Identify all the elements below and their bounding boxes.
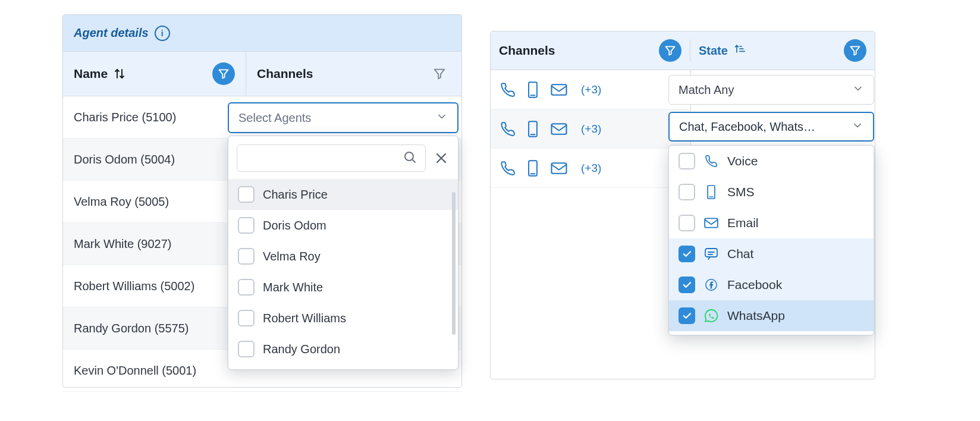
email-icon — [703, 217, 719, 229]
agent-option-label: Charis Price — [263, 188, 328, 202]
agent-option[interactable]: Robert Williams — [228, 303, 458, 334]
checkbox-unchecked[interactable] — [679, 184, 695, 200]
checkbox-checked[interactable] — [679, 246, 695, 262]
state-select-popover: Voice SMS Email Chat — [668, 145, 874, 335]
sms-icon — [526, 81, 539, 99]
more-count[interactable]: (+3) — [581, 83, 601, 96]
filter-button-state[interactable] — [844, 39, 866, 62]
state-option-email[interactable]: Email — [669, 208, 874, 238]
whatsapp-icon — [703, 309, 719, 323]
checkbox-unchecked[interactable] — [238, 186, 255, 203]
email-icon — [550, 161, 568, 175]
sort-asc-icon[interactable] — [734, 43, 746, 58]
facebook-icon — [703, 278, 719, 291]
agent-filter-dropdown: Select Agents Charis Price — [228, 102, 458, 370]
sort-icon[interactable] — [114, 67, 125, 80]
checkbox-unchecked[interactable] — [238, 279, 255, 296]
phone-icon — [500, 82, 516, 98]
agent-select-popover: Charis Price Doris Odom Velma Roy Mark W… — [228, 136, 458, 370]
email-icon — [550, 122, 568, 136]
agent-option[interactable]: Charis Price — [228, 179, 458, 210]
state-option-facebook[interactable]: Facebook — [669, 269, 874, 300]
checkbox-checked[interactable] — [679, 307, 695, 324]
agent-option-label: Randy Gordon — [263, 343, 340, 356]
state-option-chat[interactable]: Chat — [669, 238, 874, 269]
chevron-down-icon — [852, 83, 864, 98]
checkbox-unchecked[interactable] — [238, 248, 255, 265]
state-option-sms[interactable]: SMS — [669, 177, 874, 208]
agent-select-placeholder: Select Agents — [238, 111, 311, 125]
agent-option[interactable]: Velma Roy — [228, 241, 458, 272]
state-option-label: WhatsApp — [727, 309, 785, 323]
state-filter-dropdown: Match Any Chat, Facebook, Whats… Voice S… — [668, 75, 874, 335]
agent-option[interactable]: Doris Odom — [228, 210, 458, 241]
checkbox-unchecked[interactable] — [238, 310, 255, 326]
phone-icon — [500, 121, 516, 137]
search-icon — [403, 150, 417, 167]
chevron-down-icon — [436, 111, 448, 125]
state-option-label: Facebook — [727, 278, 782, 292]
filter-button-channels[interactable] — [428, 62, 451, 85]
agent-option-label: Robert Williams — [263, 312, 346, 325]
sms-icon — [526, 120, 539, 138]
state-option-label: Chat — [727, 247, 753, 261]
match-mode-select[interactable]: Match Any — [668, 75, 874, 105]
agent-option-list: Charis Price Doris Odom Velma Roy Mark W… — [228, 179, 458, 365]
phone-icon — [500, 161, 516, 176]
match-mode-label: Match Any — [679, 83, 734, 97]
state-selected-summary: Chat, Facebook, Whats… — [679, 120, 815, 134]
svg-rect-6 — [552, 124, 567, 134]
panel-title-bar: Agent details i — [63, 15, 461, 52]
filter-button-name[interactable] — [212, 62, 235, 85]
column-header-channels[interactable]: Channels — [246, 52, 461, 96]
state-selected-select[interactable]: Chat, Facebook, Whats… — [668, 112, 874, 142]
state-option-voice[interactable]: Voice — [669, 146, 874, 177]
channel-rows: (+3) (+3) — [491, 70, 691, 188]
name-column-label: Name — [74, 67, 108, 81]
state-option-label: Voice — [727, 154, 758, 168]
agent-search-input[interactable] — [237, 144, 426, 172]
sms-icon — [703, 184, 719, 200]
svg-rect-13 — [705, 249, 717, 257]
more-count[interactable]: (+3) — [581, 162, 601, 175]
email-icon — [550, 83, 568, 97]
channel-row[interactable]: (+3) — [491, 109, 690, 149]
more-count[interactable]: (+3) — [581, 122, 601, 136]
phone-icon — [703, 155, 719, 168]
svg-rect-3 — [552, 84, 567, 95]
agent-option-label: Doris Odom — [263, 219, 326, 233]
panel-title: Agent details — [74, 26, 149, 40]
chevron-down-icon — [852, 120, 863, 134]
agent-option-label: Mark White — [263, 281, 323, 294]
checkbox-checked[interactable] — [679, 277, 695, 293]
channels-column-label: Channels — [499, 43, 555, 58]
agent-option[interactable]: Randy Gordon — [228, 334, 458, 365]
agent-option[interactable]: Mark White — [228, 272, 458, 303]
agent-option-label: Velma Roy — [263, 250, 321, 263]
column-header-name[interactable]: Name — [63, 52, 246, 96]
checkbox-unchecked[interactable] — [238, 341, 255, 357]
checkbox-unchecked[interactable] — [679, 153, 695, 169]
column-header-state[interactable]: State — [690, 39, 875, 62]
chat-icon — [703, 247, 719, 260]
channel-row[interactable]: (+3) — [491, 70, 690, 109]
state-option-whatsapp[interactable]: WhatsApp — [669, 300, 874, 331]
right-column-headers: Channels State — [491, 32, 875, 70]
close-icon[interactable] — [433, 150, 450, 166]
column-header-channels[interactable]: Channels — [491, 39, 690, 62]
filter-button-channels[interactable] — [659, 39, 681, 62]
info-icon[interactable]: i — [155, 26, 170, 41]
state-column-label: State — [699, 44, 728, 58]
state-option-label: SMS — [727, 185, 755, 199]
channel-row[interactable]: (+3) — [491, 149, 690, 188]
scrollbar[interactable] — [452, 192, 456, 335]
checkbox-unchecked[interactable] — [238, 217, 255, 234]
column-headers: Name Channels — [63, 52, 461, 96]
channels-column-label: Channels — [257, 67, 313, 81]
svg-rect-9 — [552, 163, 567, 174]
state-option-label: Email — [727, 216, 759, 230]
agent-select[interactable]: Select Agents — [228, 102, 458, 133]
svg-rect-12 — [705, 218, 718, 227]
sms-icon — [526, 159, 539, 177]
checkbox-unchecked[interactable] — [679, 215, 695, 231]
